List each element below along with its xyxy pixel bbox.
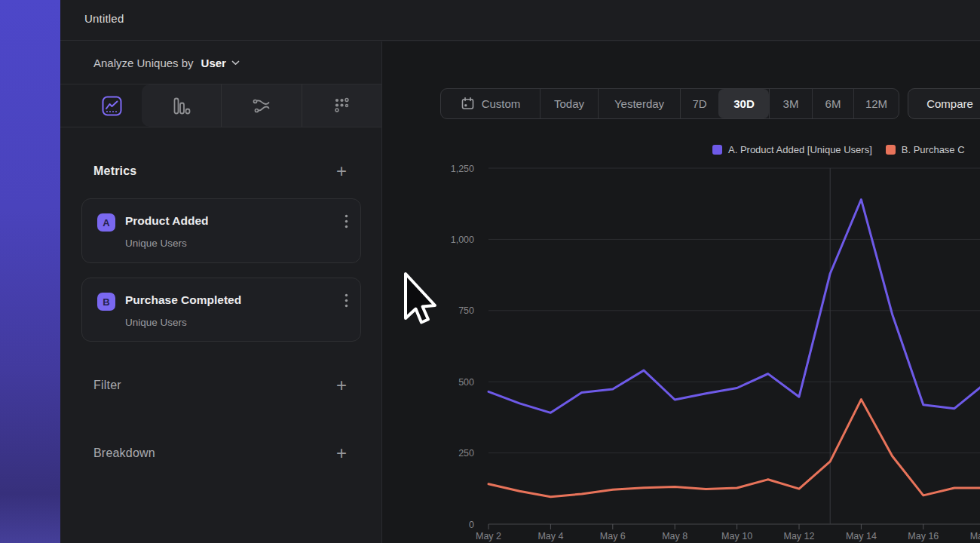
range-12m[interactable]: 12M — [853, 89, 899, 118]
range-label: 30D — [733, 97, 755, 110]
breakdown-section-header: Breakdown + — [93, 437, 347, 470]
metrics-label: Metrics — [93, 164, 136, 178]
range-custom[interactable]: Custom — [441, 89, 540, 118]
metric-name: Purchase Completed — [125, 293, 241, 307]
metric-aggregation: Unique Users — [125, 238, 187, 249]
chevron-down-icon — [231, 60, 240, 66]
app: Untitled Analyze Uniques by User — [60, 0, 980, 543]
range-today[interactable]: Today — [540, 89, 598, 118]
y-axis-label: 750 — [458, 305, 474, 316]
y-axis-label: 500 — [458, 377, 474, 388]
range-30d[interactable]: 30D — [718, 89, 769, 118]
x-axis-label: May 14 — [846, 531, 877, 541]
dot-grid-icon — [332, 96, 352, 116]
chart-legend: A. Product Added [Unique Users]B. Purcha… — [712, 144, 965, 155]
y-axis-label: 250 — [458, 448, 474, 459]
range-3m[interactable]: 3M — [769, 89, 812, 118]
range-7d[interactable]: 7D — [680, 89, 718, 118]
date-range-control: CustomTodayYesterday7D30D3M6M12M — [440, 88, 899, 119]
y-axis-label: 0 — [469, 520, 474, 530]
legend-label: B. Purchase C — [902, 144, 965, 155]
analyze-row: Analyze Uniques by User — [60, 41, 381, 84]
metric-badge-b: B — [97, 293, 115, 311]
app-window: Untitled Analyze Uniques by User — [0, 0, 980, 543]
range-label: Today — [554, 97, 584, 110]
range-label: 3M — [783, 97, 799, 110]
tab-line-chart[interactable] — [81, 84, 142, 127]
main: Analyze Uniques by User — [60, 41, 980, 543]
x-axis-label: May 12 — [784, 531, 815, 541]
range-label: 6M — [825, 97, 841, 110]
legend-swatch — [886, 145, 896, 155]
chart-panel: 02505007501,0001,250May 2May 4May 6May 8… — [381, 41, 980, 543]
add-filter-button[interactable]: + — [336, 378, 347, 393]
flow-chart-icon — [251, 96, 271, 116]
metrics-section-header: Metrics + — [93, 155, 347, 188]
legend-item-0[interactable]: A. Product Added [Unique Users] — [712, 144, 872, 155]
header: Untitled — [60, 0, 980, 41]
filter-section-header: Filter + — [93, 369, 347, 402]
y-axis-label: 1,250 — [451, 164, 474, 174]
add-breakdown-button[interactable]: + — [336, 446, 347, 461]
legend-swatch — [712, 145, 722, 155]
analyze-entity-dropdown[interactable]: User — [201, 57, 240, 69]
x-axis-label: May 4 — [537, 531, 563, 541]
page-title: Untitled — [84, 12, 124, 25]
metric-card-b[interactable]: B Purchase Completed Unique Users — [81, 278, 361, 342]
kebab-menu-icon[interactable] — [345, 214, 348, 229]
sidebar: Analyze Uniques by User — [60, 41, 381, 543]
chart-type-tabs — [60, 84, 381, 127]
range-label: Yesterday — [614, 97, 664, 110]
tab-flow-chart[interactable] — [221, 84, 301, 127]
range-6m[interactable]: 6M — [812, 89, 853, 118]
range-yesterday[interactable]: Yesterday — [598, 89, 680, 118]
series-line-b[interactable] — [488, 400, 980, 497]
line-chart-icon — [102, 96, 122, 116]
x-axis-label: May 2 — [476, 531, 501, 541]
metric-name: Product Added — [125, 214, 209, 228]
x-axis-label: May 6 — [600, 531, 626, 541]
metric-aggregation: Unique Users — [125, 317, 187, 328]
legend-item-1[interactable]: B. Purchase C — [886, 144, 965, 155]
range-label: Custom — [482, 97, 521, 110]
chart-type-tab-group — [142, 84, 381, 127]
background-gradient — [0, 0, 60, 543]
x-axis-label: May 8 — [662, 531, 688, 541]
filter-label: Filter — [93, 379, 121, 392]
analyze-entity-value: User — [201, 57, 226, 69]
tab-bar-chart[interactable] — [142, 84, 221, 127]
tab-retention-grid[interactable] — [302, 84, 381, 127]
x-axis-label: May 10 — [721, 531, 752, 541]
calendar-icon — [461, 97, 475, 111]
x-axis-label: May 18 — [970, 531, 980, 541]
metric-card-a[interactable]: A Product Added Unique Users — [81, 198, 361, 263]
range-label: 12M — [865, 97, 887, 110]
metric-badge-a: A — [97, 213, 115, 232]
bar-chart-icon — [171, 96, 191, 116]
compare-button[interactable]: Compare — [908, 88, 980, 119]
breakdown-label: Breakdown — [93, 446, 155, 460]
kebab-menu-icon[interactable] — [345, 293, 348, 308]
x-axis-label: May 16 — [908, 531, 939, 541]
range-label: 7D — [692, 97, 706, 110]
y-axis-label: 1,000 — [451, 235, 474, 245]
analyze-label: Analyze Uniques by — [93, 57, 194, 69]
series-line-a[interactable] — [488, 200, 980, 413]
legend-label: A. Product Added [Unique Users] — [728, 144, 872, 155]
add-metric-button[interactable]: + — [336, 164, 347, 179]
